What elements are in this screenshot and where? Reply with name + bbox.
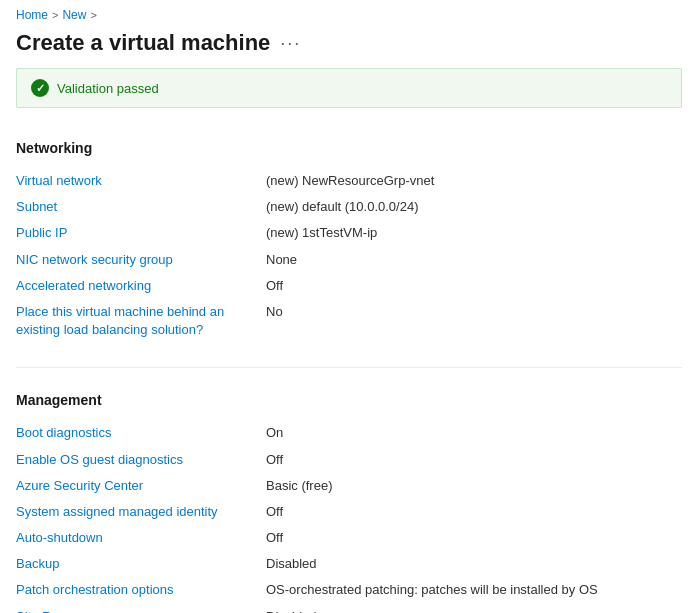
field-value: (new) default (10.0.0.0/24)	[266, 198, 682, 216]
field-value: On	[266, 424, 682, 442]
field-value: Basic (free)	[266, 477, 682, 495]
validation-banner: Validation passed	[16, 68, 682, 108]
field-label: Backup	[16, 555, 266, 573]
table-row: Azure Security CenterBasic (free)	[16, 473, 682, 499]
management-section-title: Management	[16, 392, 682, 408]
field-value: None	[266, 251, 682, 269]
field-label: Enable OS guest diagnostics	[16, 451, 266, 469]
field-label: Azure Security Center	[16, 477, 266, 495]
networking-section: Networking Virtual network(new) NewResou…	[0, 124, 698, 359]
table-row: Subnet(new) default (10.0.0.0/24)	[16, 194, 682, 220]
field-value: (new) 1stTestVM-ip	[266, 224, 682, 242]
more-options-button[interactable]: ···	[280, 34, 301, 52]
field-label: Accelerated networking	[16, 277, 266, 295]
table-row: System assigned managed identityOff	[16, 499, 682, 525]
networking-fields: Virtual network(new) NewResourceGrp-vnet…	[16, 168, 682, 343]
field-label: Place this virtual machine behind an exi…	[16, 303, 266, 339]
table-row: Auto-shutdownOff	[16, 525, 682, 551]
table-row: Accelerated networkingOff	[16, 273, 682, 299]
field-value: OS-orchestrated patching: patches will b…	[266, 581, 682, 599]
management-section: Management Boot diagnosticsOnEnable OS g…	[0, 376, 698, 613]
table-row: Virtual network(new) NewResourceGrp-vnet	[16, 168, 682, 194]
table-row: Boot diagnosticsOn	[16, 420, 682, 446]
field-label: Auto-shutdown	[16, 529, 266, 547]
field-label: System assigned managed identity	[16, 503, 266, 521]
section-divider	[16, 367, 682, 368]
field-value: Off	[266, 451, 682, 469]
field-label: NIC network security group	[16, 251, 266, 269]
field-label: Virtual network	[16, 172, 266, 190]
breadcrumb-new[interactable]: New	[62, 8, 86, 22]
field-value: Off	[266, 503, 682, 521]
validation-text: Validation passed	[57, 81, 159, 96]
table-row: Enable OS guest diagnosticsOff	[16, 447, 682, 473]
validation-check-icon	[31, 79, 49, 97]
field-value: Off	[266, 529, 682, 547]
table-row: BackupDisabled	[16, 551, 682, 577]
field-value: Disabled	[266, 608, 682, 613]
field-value: (new) NewResourceGrp-vnet	[266, 172, 682, 190]
field-label: Patch orchestration options	[16, 581, 266, 599]
field-value: Off	[266, 277, 682, 295]
field-label: Public IP	[16, 224, 266, 242]
table-row: NIC network security groupNone	[16, 247, 682, 273]
breadcrumb: Home > New >	[0, 0, 698, 26]
table-row: Patch orchestration optionsOS-orchestrat…	[16, 577, 682, 603]
management-fields: Boot diagnosticsOnEnable OS guest diagno…	[16, 420, 682, 613]
field-label: Site Recovery	[16, 608, 266, 613]
breadcrumb-home[interactable]: Home	[16, 8, 48, 22]
breadcrumb-sep-2: >	[90, 9, 96, 21]
field-value: No	[266, 303, 682, 321]
breadcrumb-sep-1: >	[52, 9, 58, 21]
page-title: Create a virtual machine	[16, 30, 270, 56]
networking-section-title: Networking	[16, 140, 682, 156]
field-label: Boot diagnostics	[16, 424, 266, 442]
table-row: Place this virtual machine behind an exi…	[16, 299, 682, 343]
table-row: Site RecoveryDisabled	[16, 604, 682, 613]
table-row: Public IP(new) 1stTestVM-ip	[16, 220, 682, 246]
page-header: Create a virtual machine ···	[0, 26, 698, 68]
field-label: Subnet	[16, 198, 266, 216]
field-value: Disabled	[266, 555, 682, 573]
